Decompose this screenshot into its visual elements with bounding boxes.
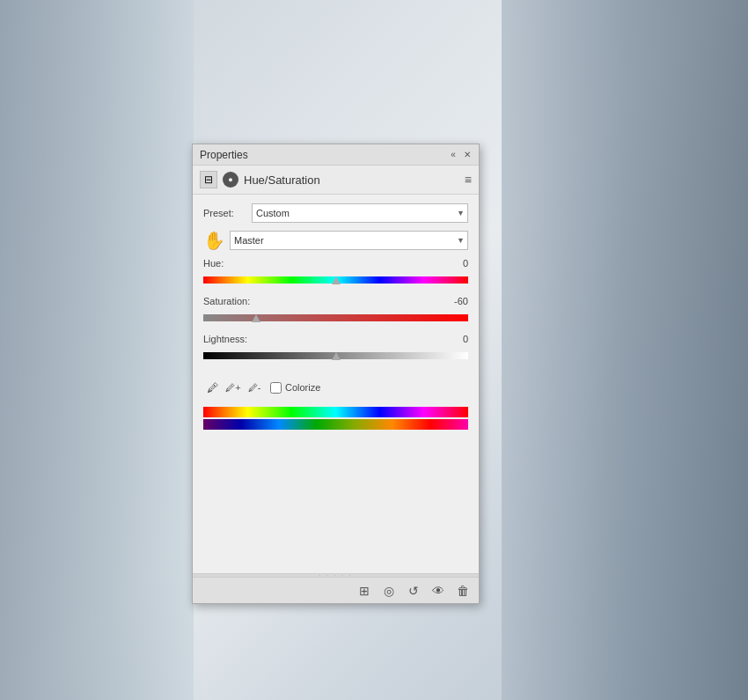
eyedropper-subtract-icon: 🖉- <box>248 382 261 393</box>
channel-row: ✋ Master Reds Yellows Greens Cyans Blues… <box>203 230 468 251</box>
spectrum-bottom <box>203 419 468 430</box>
channel-select[interactable]: Master Reds Yellows Greens Cyans Blues M… <box>230 231 468 250</box>
add-layer-icon: ⊞ <box>359 584 370 598</box>
panel-footer: ⊞ ◎ ↺ 👁 🗑 <box>193 577 479 603</box>
lightness-label: Lightness: <box>203 334 247 344</box>
visibility-icon: ◎ <box>384 584 394 598</box>
preset-row: Preset: Custom Default Strong Saturation… <box>203 203 468 223</box>
visibility-button[interactable]: ◎ <box>380 582 398 600</box>
city-left <box>0 0 194 700</box>
panel-spacer <box>203 435 468 564</box>
titlebar-controls: « ✕ <box>449 151 472 159</box>
eyedropper-icon: 🖉 <box>207 381 218 394</box>
lightness-slider-container <box>203 347 468 365</box>
lightness-value: 0 <box>442 334 468 344</box>
hue-slider-header: Hue: 0 <box>203 258 468 269</box>
color-spectrum-top <box>203 407 468 417</box>
section-title: Hue/Saturation <box>244 173 320 187</box>
reset-button[interactable]: ↺ <box>405 582 422 600</box>
colorize-row: 🖉 🖉+ 🖉- Colorize <box>203 379 468 396</box>
reset-icon: ↺ <box>408 584 419 598</box>
panel-content: Preset: Custom Default Strong Saturation… <box>193 195 479 573</box>
color-spectrum-bottom <box>203 419 468 430</box>
hamburger-icon: ≡ <box>465 173 472 187</box>
section-toolbar: ⊟ ● Hue/Saturation ≡ <box>193 166 479 195</box>
saturation-label: Saturation: <box>203 296 250 306</box>
eyedropper-group: 🖉 🖉+ 🖉- <box>203 379 263 396</box>
add-layer-button[interactable]: ⊞ <box>356 582 373 600</box>
preset-label: Preset: <box>203 208 252 218</box>
hue-slider-row: Hue: 0 <box>203 258 468 289</box>
colorize-checkbox-label[interactable]: Colorize <box>270 382 320 394</box>
hand-cursor-icon: ✋ <box>203 230 230 251</box>
eye-target-icon: 👁 <box>432 584 444 598</box>
adjustment-icon[interactable]: ● <box>223 172 238 188</box>
saturation-thumb-shape <box>252 314 260 322</box>
layer-icon-symbol: ⊟ <box>204 173 213 186</box>
lightness-thumb-shape <box>332 352 341 360</box>
panel-titlebar: Properties « ✕ <box>193 144 479 166</box>
properties-panel: Properties « ✕ ⊟ ● Hue/Saturation ≡ Pres… <box>192 144 480 604</box>
hue-slider-container <box>203 271 468 289</box>
delete-icon: 🗑 <box>457 584 469 598</box>
close-button[interactable]: ✕ <box>463 151 472 159</box>
preset-select[interactable]: Custom Default Strong Saturation Sepia <box>252 203 468 223</box>
spectrum-top <box>203 407 468 417</box>
circle-icon-symbol: ● <box>228 175 232 184</box>
layer-icon[interactable]: ⊟ <box>200 171 217 188</box>
saturation-slider-header: Saturation: -60 <box>203 296 468 306</box>
saturation-thumb[interactable] <box>251 309 261 327</box>
saturation-slider-container <box>203 309 468 327</box>
eye-target-button[interactable]: 👁 <box>429 582 447 600</box>
colorize-checkbox[interactable] <box>270 382 282 394</box>
eyedropper-subtract-button[interactable]: 🖉- <box>246 379 263 396</box>
hue-value: 0 <box>442 258 468 269</box>
hue-thumb-shape <box>332 276 341 284</box>
hue-label: Hue: <box>203 258 224 269</box>
resize-dots: · · · · · <box>319 571 352 579</box>
saturation-value: -60 <box>442 296 468 306</box>
panel-menu-button[interactable]: ≡ <box>465 173 472 187</box>
lightness-slider-header: Lightness: 0 <box>203 334 468 344</box>
saturation-slider-row: Saturation: -60 <box>203 296 468 327</box>
city-right <box>502 0 748 700</box>
preset-select-wrapper: Custom Default Strong Saturation Sepia ▼ <box>252 203 468 223</box>
collapse-button[interactable]: « <box>449 151 458 159</box>
eyedropper-add-button[interactable]: 🖉+ <box>224 379 242 396</box>
saturation-track <box>203 314 468 321</box>
delete-button[interactable]: 🗑 <box>454 582 472 600</box>
hue-thumb[interactable] <box>331 271 341 289</box>
lightness-thumb[interactable] <box>331 347 341 365</box>
channel-select-wrapper: Master Reds Yellows Greens Cyans Blues M… <box>230 231 468 250</box>
eyedropper-add-icon: 🖉+ <box>225 382 240 393</box>
lightness-slider-row: Lightness: 0 <box>203 334 468 365</box>
panel-title: Properties <box>200 149 248 161</box>
colorize-label: Colorize <box>285 382 320 393</box>
eyedropper-button[interactable]: 🖉 <box>203 379 221 396</box>
